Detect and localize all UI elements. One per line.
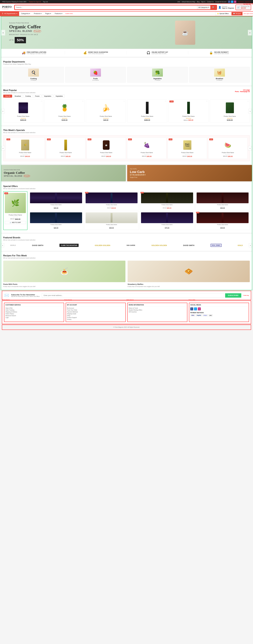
- footer-link[interactable]: Payment Methods: [67, 311, 124, 313]
- recipe-card-pasta[interactable]: 🍝 Pasta With Pesto A tasty way to incorp…: [3, 261, 125, 287]
- tab-vegetables-2[interactable]: Vegetables: [54, 94, 65, 98]
- brands-next-button[interactable]: ›: [249, 243, 252, 247]
- product-card[interactable]: ♡ Product Short Name ★★★★★ $159.00: [210, 100, 250, 122]
- specials-next-button[interactable]: ›: [248, 146, 252, 150]
- category-select[interactable]: All Categories ▾: [197, 6, 210, 10]
- special-product-card[interactable]: 10% 🍇 Product Short Name ★★★★★ $99.00 $4…: [127, 138, 166, 159]
- facebook-icon[interactable]: f: [228, 0, 230, 3]
- offer-card[interactable]: Product Short Name ★★★★★ $59.00: [84, 211, 139, 230]
- footer-link[interactable]: Shipping Guide: [67, 313, 124, 314]
- tag-link[interactable]: Tag Link: [43, 1, 48, 2]
- footer-link[interactable]: Student Resting Offers: [129, 309, 186, 311]
- offer-card[interactable]: 10% Product Short Name ★★★★★ $99.00 $49.…: [84, 191, 139, 210]
- twitter-icon[interactable]: t: [231, 0, 233, 3]
- footer-link[interactable]: My Account: [67, 308, 124, 309]
- footer-link[interactable]: Track Your Order: [67, 309, 124, 311]
- footer-link[interactable]: Orders History: [6, 313, 63, 314]
- wishlist-icon[interactable]: ♡: [206, 100, 207, 102]
- product-card[interactable]: ♡ Product Short Name ★★★★★ $499.00: [127, 100, 167, 122]
- offer-card[interactable]: Product Short Name ★★★★★ $79.00: [140, 211, 194, 230]
- wishlist-icon[interactable]: ♡: [123, 100, 125, 102]
- footer-instagram-icon[interactable]: in: [198, 308, 201, 310]
- brand-item[interactable]: GOLDEN GOLDEN: [95, 244, 110, 246]
- footer-link[interactable]: Shipping & Delivery: [6, 311, 63, 313]
- carousel-next-button[interactable]: ›: [248, 109, 252, 114]
- tab-frozen[interactable]: Frozen: [33, 94, 41, 98]
- dept-vegetables[interactable]: 🥦 Vegetables 7 Products: [127, 67, 188, 83]
- footer-link[interactable]: Order Tracking: [6, 309, 63, 311]
- footer-link[interactable]: Login: [6, 317, 63, 318]
- special-product-card[interactable]: 10% ☕ Product Short Name ★★★★★ $99.00 $4…: [87, 138, 126, 159]
- tab-view-all[interactable]: View All: [3, 95, 12, 98]
- dept-fruits[interactable]: 🍓 Fruits 10 Products: [65, 67, 126, 83]
- footer-link[interactable]: Gift Vouchers: [129, 311, 186, 313]
- brand-item[interactable]: GOLD: [238, 244, 243, 246]
- banner-left[interactable]: Exclusive Product New Arrival Organic Co…: [1, 165, 126, 181]
- departments-button[interactable]: ☰ All Departments ▾: [0, 11, 19, 16]
- sign-in-area[interactable]: 👤 Princess Sign In / Register: [218, 6, 234, 9]
- tab-vegetables-1[interactable]: Vegetables: [42, 94, 53, 98]
- brand-item[interactable]: CLIMB THE MOUNTAIN: [60, 244, 79, 247]
- brand-item[interactable]: DAVID SMITH: [32, 244, 43, 246]
- brand-item[interactable]: GOLDEN GOLDEN: [151, 244, 167, 246]
- brand-item[interactable]: WORLD: [10, 244, 16, 246]
- special-product-card[interactable]: 10% Product Short Name ★★★★★ $99.00 $49.…: [46, 138, 85, 159]
- wishlist-icon[interactable]: ♡: [165, 100, 166, 102]
- signin-link[interactable]: Sign In: [201, 1, 205, 2]
- special-product-card[interactable]: 10% 🌾 Product Short Name ★★★★★ $99.00 $4…: [6, 138, 45, 159]
- special-product-card[interactable]: 10% 🍉 Product Short Name ★★★★★ $99.00 $4…: [208, 138, 247, 159]
- search-button[interactable]: 🔍: [210, 6, 216, 10]
- blog-link[interactable]: Blog: [197, 1, 200, 2]
- instagram-icon[interactable]: in: [234, 0, 236, 3]
- footer-link[interactable]: Help & FAQ: [6, 308, 63, 309]
- nav-products[interactable]: Products▾: [32, 11, 43, 16]
- dept-cooking[interactable]: 🍳 Cooking 4 Products: [3, 67, 64, 83]
- tab-breakfast[interactable]: Breakfast: [13, 94, 23, 98]
- wishlist-icon[interactable]: ♡: [247, 100, 249, 102]
- footer-link[interactable]: Return & Trend: [129, 308, 186, 309]
- recipe-card-waffles[interactable]: 🧇 Strawberry Waffles A tasty way to inco…: [128, 261, 250, 287]
- dept-breakfast[interactable]: 🧺 Breakfast 8 Products: [189, 67, 250, 83]
- footer-link[interactable]: FAQs: [67, 315, 124, 316]
- offer-card[interactable]: Product Short Name ★★★★★ $28.00: [29, 211, 83, 230]
- brand-item[interactable]: DAVID SMITH: [183, 244, 194, 246]
- product-card[interactable]: ♡ 🍌 Product Short Name ★★★★★ $49.00: [86, 100, 126, 122]
- product-card[interactable]: ♡ 🍍 Product Short Name ★★★★★ $100.00: [45, 100, 85, 122]
- wishlist-icon[interactable]: ♡: [82, 100, 84, 102]
- newsletter-input[interactable]: [42, 293, 224, 298]
- brand-item[interactable]: VAN GARDE: [127, 244, 135, 246]
- offer-card[interactable]: ♡ Product Short Name ★★★★★ $59.00: [195, 191, 250, 210]
- specials-prev-button[interactable]: ‹: [1, 146, 5, 150]
- offer-card[interactable]: 10% Product Short Name ★★★★★ $99.00 $89.…: [140, 191, 194, 210]
- footer-link[interactable]: Advanced Search: [6, 315, 63, 316]
- tab-cooking[interactable]: Cooking: [24, 94, 33, 98]
- special-product-card[interactable]: 10% Magic Toast Product Short Name ★★★★★…: [168, 138, 207, 159]
- footer-link[interactable]: Privacy: [67, 319, 124, 320]
- brand-item[interactable]: RON JONES: [211, 244, 221, 247]
- footer-twitter-icon[interactable]: t: [194, 308, 197, 310]
- brands-prev-button[interactable]: ‹: [1, 243, 4, 247]
- search-input[interactable]: [15, 6, 197, 10]
- logo[interactable]: PORTO eCommerce: [2, 6, 13, 10]
- create-account-link[interactable]: Create An Account: [215, 1, 226, 2]
- hero-prev-button[interactable]: ‹: [1, 30, 5, 36]
- hero-next-button[interactable]: ›: [248, 30, 252, 36]
- nav-categories[interactable]: Categories▾: [19, 11, 32, 16]
- add-to-cart-button[interactable]: 🛒 ADD TO CART: [5, 221, 26, 224]
- cart-area[interactable]: 🛒 Shopping Cart $43.00: [236, 5, 251, 10]
- nav-pages[interactable]: Pages▾: [43, 11, 53, 16]
- offer-card[interactable]: Product Short Name ★★★★★ $39.00: [29, 191, 83, 210]
- featured-product-card[interactable]: 10% 🌿 Product Short Name ★★★★★ $99.00 $4…: [3, 191, 28, 230]
- newsletter-subscribe-button[interactable]: SUBSCRIBE: [225, 293, 241, 298]
- wishlist-icon[interactable]: ♡: [248, 192, 249, 194]
- usd-select[interactable]: USD: [177, 1, 180, 2]
- special-offers-button[interactable]: ⭐ Special Offers: [215, 12, 230, 16]
- product-card[interactable]: ♡ Product Short Name ★★★★★ $200.00: [3, 100, 43, 122]
- wishlist-icon[interactable]: ♡: [41, 100, 42, 102]
- banner-right[interactable]: Stay Healthy Low Carb STRAWBERRY Sugar-F…: [127, 165, 252, 181]
- footer-link[interactable]: Product Support: [67, 317, 124, 318]
- recipes-button[interactable]: 📖 Recipes: [231, 12, 242, 15]
- contact-link[interactable]: Contact Us: [207, 1, 213, 2]
- nav-features[interactable]: Features▾: [53, 11, 64, 16]
- offer-card[interactable]: 10% Product Short Name ★★★★★ $49.00: [195, 211, 250, 230]
